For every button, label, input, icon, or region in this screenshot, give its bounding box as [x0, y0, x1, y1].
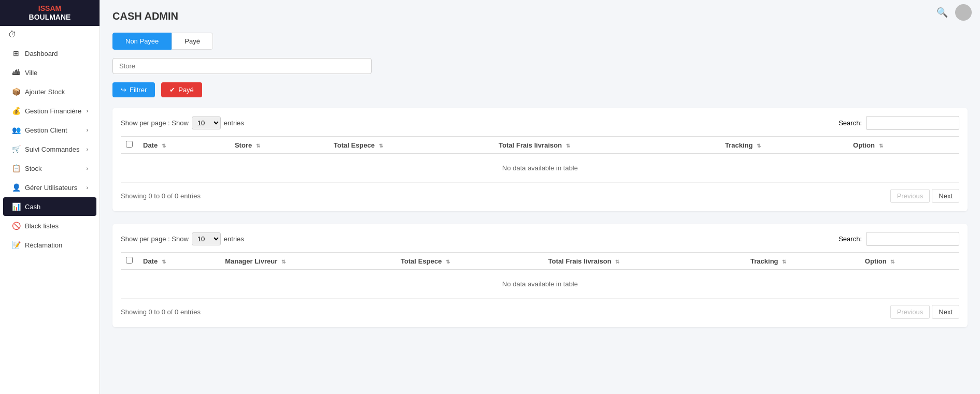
store-input[interactable] [112, 58, 372, 74]
table2-footer: Showing 0 to 0 of 0 entries Previous Nex… [121, 305, 959, 319]
table1-showing: Showing 0 to 0 of 0 entries [121, 192, 201, 200]
table2-col-date[interactable]: Date ⇅ [138, 253, 220, 270]
sidebar-item-stock[interactable]: 📋 Stock › [3, 159, 96, 178]
table2-controls: Show per page : Show 10 25 50 100 entrie… [121, 232, 959, 246]
sidebar-item-label: Suivi Commandes [25, 145, 80, 153]
check-icon: ✔ [169, 86, 175, 94]
sidebar-item-label: Gérer Utilisateurs [25, 184, 77, 192]
table2-col-total-espece[interactable]: Total Espece ⇅ [395, 253, 543, 270]
table2-prev-button[interactable]: Previous [890, 305, 930, 319]
sort-icon: ⇅ [256, 143, 260, 149]
sidebar-item-cash[interactable]: 📊 Cash [3, 197, 96, 216]
sort-icon: ⇅ [379, 143, 383, 149]
table1-next-button[interactable]: Next [932, 189, 959, 203]
main-content: 🔍 CASH ADMIN Non Payée Payé ↪ Filtrer ✔ … [100, 0, 980, 394]
table1-col-total-frais[interactable]: Total Frais livraison ⇅ [493, 137, 720, 154]
sidebar-item-suivi-commandes[interactable]: 🛒 Suivi Commandes › [3, 140, 96, 158]
table2-col-total-frais[interactable]: Total Frais livraison ⇅ [543, 253, 745, 270]
user-avatar[interactable] [955, 4, 972, 21]
filtrer-button[interactable]: ↪ Filtrer [112, 82, 155, 97]
table1-col-date[interactable]: Date ⇅ [138, 137, 230, 154]
sort-icon: ⇅ [566, 143, 570, 149]
table2-header-row: Date ⇅ Manager Livreur ⇅ Total Espece ⇅ … [121, 253, 959, 270]
table1-controls: Show per page : Show 10 25 50 100 entrie… [121, 116, 959, 130]
table1-col-total-espece[interactable]: Total Espece ⇅ [329, 137, 493, 154]
table1-show-entries: Show per page : Show 10 25 50 100 entrie… [121, 116, 244, 129]
sort-icon: ⇅ [879, 143, 883, 149]
table2-showing: Showing 0 to 0 of 0 entries [121, 308, 201, 316]
table1-col-checkbox [121, 137, 138, 154]
search-icon[interactable]: 🔍 [936, 7, 948, 18]
sidebar-item-label: Dashboard [25, 50, 58, 57]
sidebar-logo: ISSAMBOULMANE [0, 0, 100, 26]
sidebar-item-label: Black listes [25, 222, 59, 230]
table1-footer: Showing 0 to 0 of 0 entries Previous Nex… [121, 189, 959, 203]
table1-col-store[interactable]: Store ⇅ [230, 137, 329, 154]
table2-pagination: Previous Next [890, 305, 959, 319]
tab-paye[interactable]: Payé [172, 33, 213, 50]
tab-non-payee[interactable]: Non Payée [112, 33, 172, 50]
sidebar-item-label: Réclamation [25, 241, 62, 249]
table2-search-input[interactable] [866, 232, 959, 246]
table2-no-data-row: No data available in table [121, 270, 959, 299]
sidebar-item-label: Ajouter Stock [25, 88, 65, 96]
sidebar-item-gestion-client[interactable]: 👥 Gestion Client › [3, 121, 96, 139]
table1-search-input[interactable] [866, 116, 959, 130]
ville-icon: 🏙 [11, 68, 21, 77]
sort-icon: ⇅ [890, 259, 894, 265]
sort-icon: ⇅ [162, 259, 166, 265]
table1-select-all[interactable] [126, 141, 133, 148]
table2-next-button[interactable]: Next [932, 305, 959, 319]
table1: Date ⇅ Store ⇅ Total Espece ⇅ Total Frai… [121, 136, 959, 183]
commandes-icon: 🛒 [11, 145, 21, 153]
sort-icon: ⇅ [446, 259, 450, 265]
table1-col-tracking[interactable]: Tracking ⇅ [720, 137, 848, 154]
sidebar-item-black-listes[interactable]: 🚫 Black listes [3, 216, 96, 235]
table2-col-option[interactable]: Option ⇅ [860, 253, 959, 270]
reclamation-icon: 📝 [11, 241, 21, 249]
tab-bar: Non Payée Payé [112, 33, 968, 50]
table2-section: Show per page : Show 10 25 50 100 entrie… [112, 224, 968, 327]
stock-icon: 📋 [11, 164, 21, 172]
sidebar-item-label: Ville [25, 69, 37, 77]
table2: Date ⇅ Manager Livreur ⇅ Total Espece ⇅ … [121, 252, 959, 299]
filter-actions: ↪ Filtrer ✔ Payé [112, 82, 968, 97]
sidebar: ISSAMBOULMANE ⏱ ⊞ Dashboard 🏙 Ville 📦 Aj… [0, 0, 100, 394]
sidebar-item-gerer-utilisateurs[interactable]: 👤 Gérer Utilisateurs › [3, 178, 96, 197]
sidebar-nav: ⊞ Dashboard 🏙 Ville 📦 Ajouter Stock 💰 Ge… [0, 43, 100, 394]
table1-prev-button[interactable]: Previous [890, 189, 930, 203]
table2-select-all[interactable] [126, 257, 133, 264]
table2-col-manager-livreur[interactable]: Manager Livreur ⇅ [220, 253, 395, 270]
sidebar-item-ville[interactable]: 🏙 Ville [3, 63, 96, 82]
blacklist-icon: 🚫 [11, 222, 21, 230]
filter-row [112, 58, 968, 74]
sort-icon: ⇅ [782, 259, 786, 265]
chevron-right-icon: › [87, 185, 88, 191]
table1-pagination: Previous Next [890, 189, 959, 203]
chevron-right-icon: › [87, 166, 88, 171]
table1-col-option[interactable]: Option ⇅ [848, 137, 959, 154]
clock-icon: ⏱ [0, 26, 100, 43]
table1-header-row: Date ⇅ Store ⇅ Total Espece ⇅ Total Frai… [121, 137, 959, 154]
sidebar-item-dashboard[interactable]: ⊞ Dashboard [3, 44, 96, 63]
cash-icon: 📊 [11, 202, 21, 211]
chevron-right-icon: › [87, 108, 88, 114]
top-bar: 🔍 [936, 4, 972, 21]
table1-search-row: Search: [839, 116, 959, 130]
sort-icon: ⇅ [615, 259, 619, 265]
paye-button[interactable]: ✔ Payé [161, 82, 202, 97]
sidebar-item-label: Gestion Financière [25, 107, 81, 115]
table1-entries-select[interactable]: 10 25 50 100 [192, 116, 221, 129]
table2-col-checkbox [121, 253, 138, 270]
users-icon: 👤 [11, 183, 21, 192]
finance-icon: 💰 [11, 107, 21, 115]
chevron-right-icon: › [87, 147, 88, 152]
sidebar-item-gestion-financiere[interactable]: 💰 Gestion Financière › [3, 101, 96, 120]
stock-add-icon: 📦 [11, 87, 21, 96]
table2-entries-select[interactable]: 10 25 50 100 [192, 232, 221, 245]
table2-col-tracking[interactable]: Tracking ⇅ [745, 253, 860, 270]
sidebar-item-label: Gestion Client [25, 126, 67, 134]
sidebar-item-label: Cash [25, 203, 40, 211]
sidebar-item-reclamation[interactable]: 📝 Réclamation [3, 236, 96, 254]
sidebar-item-ajouter-stock[interactable]: 📦 Ajouter Stock [3, 82, 96, 101]
